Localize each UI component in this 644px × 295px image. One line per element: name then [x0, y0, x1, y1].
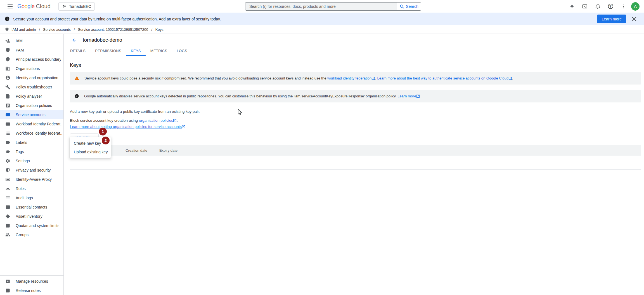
breadcrumb-iam-admin[interactable]: IAM and admin	[11, 27, 36, 32]
warning-banner-text: Service account keys could pose a securi…	[84, 76, 513, 81]
menu-item-upload-existing-key[interactable]: Upload existing key	[70, 148, 111, 156]
external-link-icon	[173, 119, 176, 122]
sidebar-item-asset-inventory[interactable]: Asset inventory	[0, 212, 63, 221]
card-icon	[5, 121, 10, 127]
sidebar-item-organisation-policies[interactable]: Organisation policies	[0, 101, 63, 110]
cloud-shell-icon[interactable]	[580, 1, 590, 11]
breadcrumb: IAM and admin / Service accounts / Servi…	[0, 25, 644, 34]
sidebar-item-organisations[interactable]: Organisations	[0, 64, 63, 73]
sidebar-item-essential-contacts[interactable]: Essential contacts	[0, 202, 63, 212]
menu-hamburger-icon[interactable]	[4, 1, 16, 12]
page-title: tornadobec-demo	[83, 37, 122, 43]
sidebar-item-principal-access-boundary[interactable]: Principal access boundary	[0, 55, 63, 64]
column-expiry-date: Expiry date	[147, 148, 177, 153]
tab-keys[interactable]: KEYS	[126, 46, 146, 56]
account-avatar[interactable]: A	[631, 2, 640, 11]
audit-logs-icon	[5, 195, 10, 200]
project-icon	[62, 4, 67, 9]
label-icon	[5, 140, 10, 145]
logo-letter: g	[27, 3, 30, 10]
key-risk-warning-banner: Service account keys could pose a securi…	[70, 72, 641, 85]
block-key-creation-line: Block service account key creation using…	[70, 118, 641, 123]
sidebar-item-privacy-and-security[interactable]: Privacy and security	[0, 165, 63, 175]
google-cloud-logo[interactable]: G o o g l e Cloud	[17, 3, 51, 10]
warning-text: .	[512, 76, 513, 80]
sidebar-item-identity-aware-proxy[interactable]: Identity-Aware Proxy	[0, 175, 63, 184]
sidebar-item-pam[interactable]: PAM	[0, 45, 63, 55]
annotation-badge-2: 2	[102, 137, 110, 144]
info-banner-text: Google automatically disables service ac…	[84, 94, 420, 99]
sidebar-item-policy-analyser[interactable]: Policy analyser	[0, 92, 63, 101]
sidebar-item-groups[interactable]: Groups	[0, 230, 63, 239]
exposure-learn-more-link[interactable]: Learn more	[397, 94, 416, 98]
tag-icon	[5, 149, 10, 154]
search-input[interactable]	[245, 3, 397, 10]
release-notes-icon	[5, 288, 10, 293]
service-account-icon	[5, 112, 10, 117]
logo-letter: e	[32, 3, 35, 10]
keys-intro-text: Add a new key pair or upload a public ke…	[70, 109, 641, 114]
iam-shield-icon	[5, 27, 9, 32]
sidebar-item-release-notes[interactable]: Release notes	[0, 286, 63, 295]
sidebar-item-iam[interactable]: IAM	[0, 36, 63, 45]
sidebar-item-workload-identity-federation[interactable]: Workload Identity Federat...	[0, 119, 63, 128]
document-lines-icon	[5, 103, 10, 108]
notifications-bell-icon[interactable]	[593, 1, 603, 11]
quotas-icon	[5, 223, 10, 228]
authenticate-best-way-link[interactable]: Learn more about the best way to authent…	[377, 76, 509, 80]
close-banner-icon[interactable]	[629, 14, 639, 24]
search-icon	[400, 4, 404, 9]
tab-logs[interactable]: LOGS	[172, 46, 192, 56]
sidebar-item-policy-troubleshooter[interactable]: Policy troubleshooter	[0, 82, 63, 92]
sidebar-item-identity-and-organisation[interactable]: Identity and organisation	[0, 73, 63, 82]
sidebar-footer: Manage resources Release notes	[0, 275, 63, 295]
help-icon[interactable]: ?	[605, 1, 615, 11]
workload-identity-federation-link[interactable]: workload identity federation	[327, 76, 371, 80]
organisation-policies-link[interactable]: organisation policies	[139, 118, 173, 123]
learn-more-button[interactable]: Learn more	[597, 15, 626, 23]
sidebar-item-tags[interactable]: Tags	[0, 147, 63, 156]
warning-text: Service account keys could pose a securi…	[84, 76, 327, 80]
security-banner-message: Secure your account and protect your dat…	[13, 17, 221, 21]
external-link-icon	[182, 125, 185, 128]
sidebar-item-quotas-and-system-limits[interactable]: Quotas and system limits	[0, 221, 63, 230]
keys-table-header: Creation date Expiry date	[70, 145, 641, 156]
breadcrumb-service-account-id[interactable]: Service account: 100215721398512507200	[78, 27, 148, 32]
manage-resources-icon	[5, 279, 10, 284]
roles-hat-icon	[5, 186, 10, 191]
tab-permissions[interactable]: PERMISSIONS	[90, 46, 126, 56]
iam-admin-sidebar: IAM PAM Principal access boundary Organi…	[0, 34, 64, 295]
breadcrumb-service-accounts[interactable]: Service accounts	[43, 27, 71, 32]
logo-letter: o	[22, 3, 25, 10]
sidebar-item-audit-logs[interactable]: Audit logs	[0, 193, 63, 202]
logo-letter: G	[17, 3, 22, 10]
sidebar-item-roles[interactable]: Roles	[0, 184, 63, 193]
keys-section-heading: Keys	[70, 62, 641, 68]
block-text: Block service account key creation using	[70, 118, 139, 123]
warning-text: .	[375, 76, 377, 80]
sidebar-item-labels[interactable]: Labels	[0, 138, 63, 147]
sidebar-item-workforce-identity-federation[interactable]: Workforce identity federat...	[0, 128, 63, 138]
list-icon	[5, 131, 10, 136]
tab-metrics[interactable]: METRICS	[146, 46, 172, 56]
tab-details[interactable]: DETAILS	[65, 46, 90, 56]
sidebar-item-service-accounts[interactable]: Service accounts	[0, 110, 63, 119]
external-link-icon	[509, 77, 512, 80]
sidebar-item-manage-resources[interactable]: Manage resources	[0, 277, 63, 286]
sidebar-item-settings[interactable]: Settings	[0, 156, 63, 165]
info-icon	[74, 94, 79, 99]
privacy-shield-icon	[5, 168, 10, 173]
back-arrow-icon[interactable]	[70, 36, 78, 44]
wrench-icon	[5, 85, 10, 90]
tab-bar: DETAILS PERMISSIONS KEYS METRICS LOGS	[64, 46, 644, 56]
setting-policies-line: Learn more about setting organisation po…	[70, 125, 641, 129]
info-text: Google automatically disables service ac…	[84, 94, 397, 98]
info-icon	[4, 16, 10, 22]
gemini-icon[interactable]	[567, 1, 577, 11]
project-selector[interactable]: TornadoBEC	[58, 2, 95, 11]
search-button[interactable]: Search	[397, 3, 421, 10]
setting-org-policies-link[interactable]: Learn more about setting organisation po…	[70, 125, 182, 129]
more-vert-icon[interactable]	[618, 1, 628, 11]
identity-person-icon	[5, 75, 10, 80]
gear-icon	[5, 158, 10, 163]
